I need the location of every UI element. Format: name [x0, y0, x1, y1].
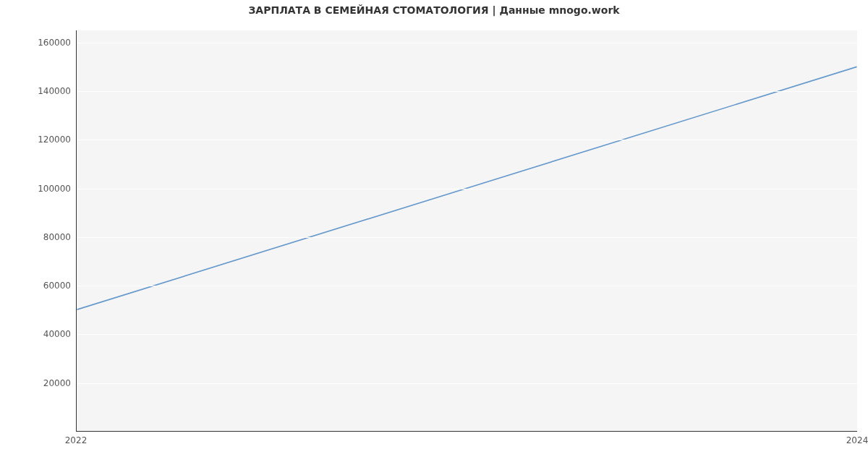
y-tick-label: 120000	[6, 134, 71, 145]
y-tick-label: 60000	[6, 281, 71, 291]
y-gridline	[77, 140, 857, 140]
y-gridline	[77, 43, 857, 43]
y-gridline	[77, 286, 857, 286]
y-gridline	[77, 237, 857, 238]
y-tick-label: 140000	[6, 86, 71, 96]
y-tick-label: 80000	[6, 232, 71, 242]
y-gridline	[77, 334, 857, 335]
chart-container: ЗАРПЛАТА В СЕМЕЙНАЯ СТОМАТОЛОГИЯ | Данны…	[0, 0, 868, 470]
plot-area	[76, 30, 857, 432]
y-gridline	[77, 189, 857, 189]
y-gridline	[77, 91, 857, 92]
y-tick-label: 20000	[6, 378, 71, 388]
chart-title: ЗАРПЛАТА В СЕМЕЙНАЯ СТОМАТОЛОГИЯ | Данны…	[0, 4, 868, 16]
y-tick-label: 100000	[6, 184, 71, 194]
x-tick-label: 2022	[65, 435, 88, 445]
y-tick-label: 160000	[6, 38, 71, 48]
y-tick-label: 40000	[6, 329, 71, 339]
x-tick-label: 2024	[846, 435, 868, 445]
y-gridline	[77, 383, 857, 384]
